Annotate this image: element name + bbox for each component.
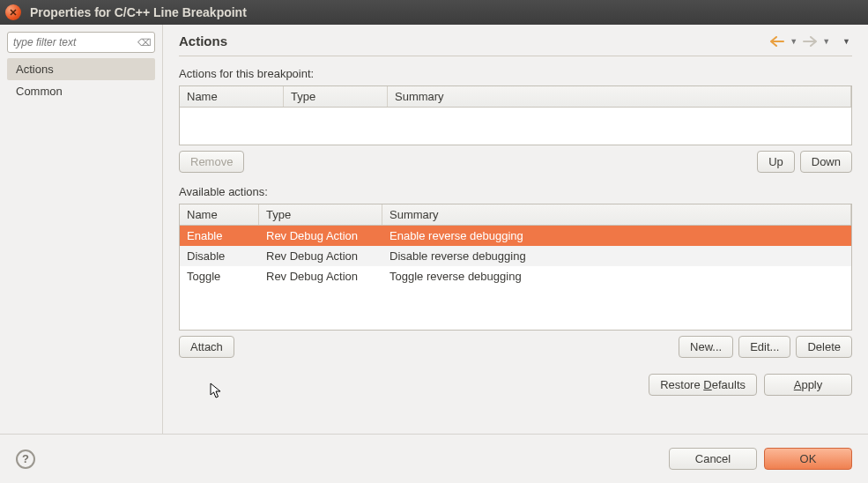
forward-button[interactable] [803,36,817,47]
available-table: Name Type Summary EnableRev Debug Action… [179,204,852,331]
up-button[interactable]: Up [757,151,795,173]
column-header-name[interactable]: Name [180,86,284,107]
footer: ? Cancel OK [0,434,868,483]
sidebar: ⌫ ActionsCommon [0,25,163,434]
window-title: Properties for C/C++ Line Breakpoint [30,5,247,19]
clear-filter-icon[interactable]: ⌫ [137,35,152,49]
close-button[interactable] [5,4,21,20]
column-header-type[interactable]: Type [259,204,382,225]
category-list: ActionsCommon [7,58,155,102]
sidebar-item-actions[interactable]: Actions [7,58,155,80]
restore-defaults-button[interactable]: Restore Defaults [649,374,757,396]
arrow-left-icon [770,36,784,47]
actions-table: Name Type Summary [179,85,852,145]
help-button[interactable]: ? [16,450,35,469]
column-header-summary[interactable]: Summary [388,86,851,107]
new-button[interactable]: New... [679,336,733,358]
attach-button[interactable]: Attach [179,336,234,358]
cell-type: Rev Debug Action [259,266,382,286]
cell-summary: Toggle reverse debugging [382,266,851,286]
delete-button[interactable]: Delete [796,336,852,358]
available-table-body[interactable]: EnableRev Debug ActionEnable reverse deb… [180,226,851,330]
column-header-summary[interactable]: Summary [382,204,851,225]
forward-menu-dropdown[interactable]: ▼ [820,37,832,46]
cell-name: Toggle [180,266,259,286]
cell-summary: Disable reverse debugging [382,246,851,266]
cell-summary: Enable reverse debugging [382,226,851,246]
arrow-right-icon [803,36,817,47]
cancel-button[interactable]: Cancel [669,448,757,470]
cell-name: Enable [180,226,259,246]
view-menu-dropdown[interactable]: ▼ [841,37,852,46]
titlebar: Properties for C/C++ Line Breakpoint [0,0,868,25]
down-button[interactable]: Down [800,151,852,173]
cell-name: Disable [180,246,259,266]
table-row[interactable]: DisableRev Debug ActionDisable reverse d… [180,246,851,266]
remove-button[interactable]: Remove [179,151,244,173]
cell-type: Rev Debug Action [259,226,382,246]
sidebar-item-common[interactable]: Common [7,80,155,102]
ok-button[interactable]: OK [764,448,852,470]
actions-table-body[interactable] [180,108,851,145]
cell-type: Rev Debug Action [259,246,382,266]
actions-section-label: Actions for this breakpoint: [179,67,852,80]
apply-button[interactable]: Apply [764,374,852,396]
column-header-name[interactable]: Name [180,204,259,225]
header-divider [179,56,852,56]
table-row[interactable]: EnableRev Debug ActionEnable reverse deb… [180,226,851,246]
back-button[interactable] [770,36,784,47]
column-header-type[interactable]: Type [284,86,388,107]
back-menu-dropdown[interactable]: ▼ [788,37,799,46]
filter-input[interactable] [7,32,155,53]
page-title: Actions [179,33,770,48]
table-row[interactable]: ToggleRev Debug ActionToggle reverse deb… [180,266,851,286]
close-icon [10,9,17,16]
available-section-label: Available actions: [179,185,852,198]
edit-button[interactable]: Edit... [738,336,790,358]
